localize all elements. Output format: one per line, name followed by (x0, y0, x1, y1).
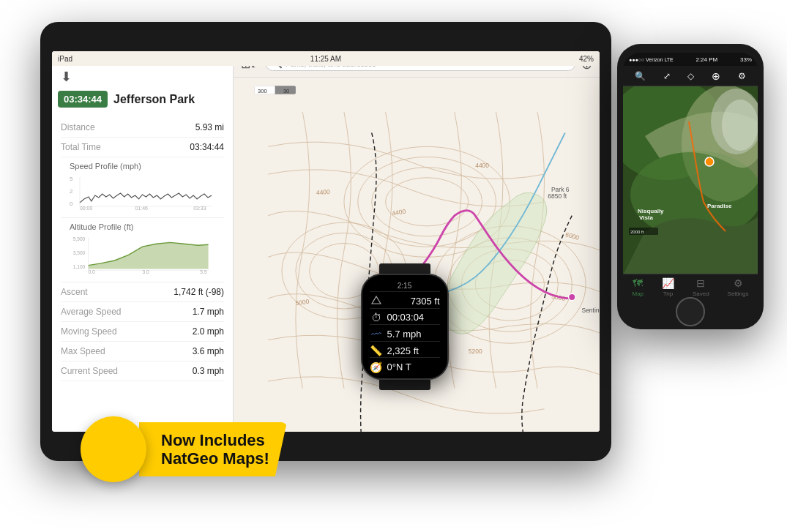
map-tab-label: Map (632, 291, 644, 297)
svg-text:3,500: 3,500 (73, 250, 86, 255)
left-panel: ⬇ 03:34:44 Jefferson Park Distance 5.93 … (52, 51, 234, 432)
stat-row-movingspeed: Moving Speed 2.0 mph (61, 322, 224, 342)
iphone-battery: 33% (740, 56, 752, 63)
iphone-tab-saved[interactable]: ⊟ Saved (693, 277, 709, 297)
natgeo-line2: NatGeo Maps! (161, 449, 269, 468)
stat-row-maxspeed: Max Speed 3.6 mph (61, 342, 224, 361)
totaltime-label: Total Time (61, 142, 101, 152)
iphone-home-button[interactable] (676, 297, 705, 321)
altitude-chart: 5,900 3,500 1,100 0.0 3.0 5.9 (70, 234, 215, 274)
trip-tab-icon: 📈 (662, 277, 674, 289)
natgeo-yellow-rect (94, 427, 133, 472)
svg-text:1,100: 1,100 (73, 264, 86, 269)
svg-text:Paradise: Paradise (707, 203, 732, 209)
track-title-bar: 03:34:44 Jefferson Park (58, 91, 227, 108)
distance-value: 5.93 mi (195, 122, 224, 132)
iphone-map: Nisqually Vista Paradise 2000 ft (623, 86, 758, 274)
stats-section: Distance 5.93 mi Total Time 03:34:44 Spe… (52, 115, 233, 432)
svg-text:300: 300 (258, 88, 267, 94)
iphone-tabs: 🗺 Map 📈 Trip ⊟ Saved ⚙ Settings (623, 274, 758, 300)
movingspeed-label: Moving Speed (61, 326, 117, 337)
svg-text:5200: 5200 (469, 348, 482, 355)
stat-row-distance: Distance 5.93 mi (61, 118, 224, 138)
trip-tab-label: Trip (663, 291, 673, 297)
track-name: Jefferson Park (113, 93, 195, 106)
elevation-value: 7305 ft (411, 296, 440, 307)
ipad-device: iPad 11:25 AM 42% ⬇ 03:34:44 Jefferson P… (40, 22, 611, 461)
svg-text:5,900: 5,900 (73, 236, 86, 241)
stat-row-totaltime: Total Time 03:34:44 (61, 138, 224, 157)
speed-chart: 5 2 0 00:00 01:46 03:33 (70, 173, 215, 210)
watch-row-bearing: 🧭 0°N T (370, 360, 440, 374)
svg-text:6850 ft: 6850 ft (548, 192, 567, 200)
avgspeed-value: 1.7 mph (193, 307, 224, 317)
satellite-background: Nisqually Vista Paradise 2000 ft (623, 86, 758, 274)
speed-chart-section: Speed Profile (mph) 5 2 0 00:00 01:46 03… (61, 157, 224, 218)
map-tab-icon: 🗺 (633, 277, 643, 289)
timer-icon: ⏱ (370, 312, 383, 323)
svg-text:0.0: 0.0 (89, 269, 96, 274)
ipad-device-label: iPad (58, 55, 72, 63)
altitude-chart-title: Altitude Profile (ft) (70, 222, 215, 231)
svg-text:00:00: 00:00 (80, 206, 93, 210)
ipad-status-bar: iPad 11:25 AM 42% (52, 51, 600, 66)
svg-text:Sentinel Hills: Sentinel Hills (581, 307, 600, 314)
natgeo-banner: Now Includes NatGeo Maps! (81, 416, 287, 482)
panel-header: ⬇ (52, 66, 233, 91)
iphone-tab-settings[interactable]: ⚙ Settings (728, 277, 749, 297)
totaltime-value: 03:34:44 (190, 142, 224, 152)
distance-label: Distance (61, 122, 95, 132)
iphone-tab-map[interactable]: 🗺 Map (632, 277, 644, 297)
svg-text:5: 5 (70, 176, 73, 182)
natgeo-text-box: Now Includes NatGeo Maps! (139, 422, 287, 477)
svg-point-37 (569, 293, 575, 300)
svg-text:4400: 4400 (475, 162, 489, 169)
currentspeed-value: 0.3 mph (193, 366, 224, 376)
currentspeed-label: Current Speed (61, 366, 118, 376)
bearing-value: 0°N T (387, 361, 411, 372)
iphone-time: 2:24 PM (695, 56, 717, 63)
iphone-search-icon[interactable]: 🔍 (635, 71, 646, 81)
iphone-tab-trip[interactable]: 📈 Trip (662, 277, 674, 297)
elevation-icon (370, 295, 383, 307)
avgspeed-label: Average Speed (61, 307, 122, 317)
speed-icon (370, 328, 383, 340)
watch-time-top: 2:15 (370, 280, 440, 292)
saved-tab-icon: ⊟ (696, 277, 705, 289)
time-badge: 03:34:44 (58, 91, 108, 108)
stat-row-currentspeed: Current Speed 0.3 mph (61, 361, 224, 381)
svg-text:Nisqually: Nisqually (638, 208, 664, 214)
watch-band-top (379, 263, 430, 274)
watch-row-timer: ⏱ 00:03:04 (370, 311, 440, 326)
compass-icon: 🧭 (370, 361, 383, 373)
iphone-carrier: ●●●○○ Verizon LTE (629, 57, 674, 62)
ascent-label: Ascent (61, 287, 88, 297)
iphone-status-bar: ●●●○○ Verizon LTE 2:24 PM 33% (623, 53, 758, 66)
watch-body: 2:15 7305 ft ⏱ 00:03:04 (361, 274, 449, 380)
smartwatch: 2:15 7305 ft ⏱ 00:03:04 (351, 263, 458, 391)
watch-band-bottom (379, 380, 430, 390)
distance-watch-value: 2,325 ft (387, 345, 419, 356)
svg-point-52 (722, 100, 758, 151)
iphone-compass-icon[interactable]: ◇ (687, 71, 694, 81)
settings-tab-label: Settings (728, 291, 749, 297)
watch-row-distance: 📏 2,325 ft (370, 344, 440, 359)
svg-text:2000 ft: 2000 ft (630, 230, 644, 234)
iphone-settings-icon[interactable]: ⚙ (738, 71, 746, 81)
maxspeed-value: 3.6 mph (193, 346, 224, 356)
settings-tab-icon: ⚙ (734, 277, 743, 289)
altitude-chart-section: Altitude Profile (ft) 5,900 3,500 1,100 … (61, 218, 224, 282)
download-icon[interactable]: ⬇ (61, 69, 72, 85)
timer-value: 00:03:04 (387, 312, 425, 323)
svg-marker-46 (372, 296, 381, 304)
watch-screen: 2:15 7305 ft ⏱ 00:03:04 (362, 275, 447, 378)
natgeo-line1: Now Includes (161, 431, 269, 449)
iphone-add-icon[interactable]: ⊕ (712, 70, 720, 82)
svg-text:01:46: 01:46 (135, 206, 149, 210)
iphone-expand-icon[interactable]: ⤢ (663, 71, 671, 81)
natgeo-logo (81, 416, 146, 482)
iphone-screen: ●●●○○ Verizon LTE 2:24 PM 33% 🔍 ⤢ ◇ ⊕ ⚙ (623, 53, 758, 321)
ipad-screen: iPad 11:25 AM 42% ⬇ 03:34:44 Jefferson P… (52, 51, 600, 432)
iphone-device: ●●●○○ Verizon LTE 2:24 PM 33% 🔍 ⤢ ◇ ⊕ ⚙ (617, 44, 764, 329)
ascent-value: 1,742 ft (-98) (174, 287, 224, 297)
